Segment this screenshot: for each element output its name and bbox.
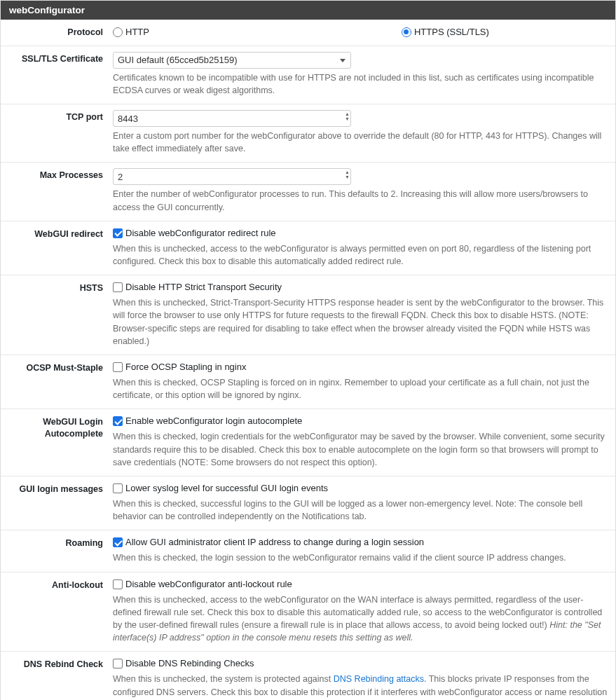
hsts-checkbox-label[interactable]: Disable HTTP Strict Transport Security: [113, 281, 608, 294]
label-dns-rebind: DNS Rebind Check: [8, 657, 113, 671]
redirect-checkbox[interactable]: [113, 228, 123, 238]
row-login-msgs: GUI login messages Lower syslog level fo…: [1, 476, 615, 530]
protocol-https-label: HTTPS (SSL/TLS): [414, 27, 489, 37]
redirect-checkbox-label[interactable]: Disable webConfigurator redirect rule: [113, 227, 608, 240]
tcp-port-help: Enter a custom port number for the webCo…: [113, 130, 608, 155]
row-roaming: Roaming Allow GUI administrator client I…: [1, 530, 615, 572]
login-msgs-checkbox[interactable]: [113, 483, 123, 493]
row-dns-rebind: DNS Rebind Check Disable DNS Rebinding C…: [1, 652, 615, 700]
ssl-cert-help: Certificates known to be incompatible wi…: [113, 71, 608, 97]
antilockout-checkbox[interactable]: [113, 579, 123, 589]
label-protocol: Protocol: [8, 25, 113, 39]
antilockout-checkbox-label[interactable]: Disable webConfigurator anti-lockout rul…: [113, 578, 608, 591]
roaming-checkbox-label[interactable]: Allow GUI administrator client IP addres…: [113, 536, 608, 549]
protocol-http-option[interactable]: HTTP: [113, 27, 149, 37]
panel-title: webConfigurator: [1, 1, 615, 20]
dns-rebind-help: When this is unchecked, the system is pr…: [113, 673, 608, 700]
protocol-https-radio[interactable]: [402, 27, 411, 37]
row-ocsp: OCSP Must-Staple Force OCSP Stapling in …: [1, 355, 615, 409]
row-redirect: WebGUI redirect Disable webConfigurator …: [1, 221, 615, 275]
protocol-https-option[interactable]: HTTPS (SSL/TLS): [402, 27, 489, 37]
label-tcp-port: TCP port: [8, 110, 113, 123]
row-tcp-port: TCP port ▲▼ Enter a custom port number f…: [1, 104, 615, 163]
row-autocomplete: WebGUI Login Autocomplete Enable webConf…: [1, 409, 615, 476]
login-msgs-help: When this is checked, successful logins …: [113, 497, 608, 523]
row-hsts: HSTS Disable HTTP Strict Transport Secur…: [1, 275, 615, 355]
label-autocomplete: WebGUI Login Autocomplete: [8, 415, 113, 440]
login-msgs-checkbox-label[interactable]: Lower syslog level for successful GUI lo…: [113, 482, 608, 495]
label-antilockout: Anti-lockout: [8, 578, 113, 591]
roaming-checkbox[interactable]: [113, 537, 123, 547]
ocsp-checkbox-label[interactable]: Force OCSP Stapling in nginx: [113, 361, 608, 373]
redirect-help: When this is unchecked, access to the we…: [113, 242, 608, 268]
autocomplete-checkbox[interactable]: [113, 416, 123, 426]
dns-rebind-checkbox-label[interactable]: Disable DNS Rebinding Checks: [113, 657, 608, 670]
row-max-proc: Max Processes ▲▼ Enter the number of web…: [1, 163, 615, 221]
ocsp-help: When this is checked, OCSP Stapling is f…: [113, 376, 608, 402]
ocsp-checkbox[interactable]: [113, 362, 123, 372]
tcp-port-input[interactable]: [113, 110, 351, 127]
label-login-msgs: GUI login messages: [8, 482, 113, 495]
hsts-checkbox[interactable]: [113, 282, 123, 292]
dns-rebinding-link[interactable]: DNS Rebinding attacks: [334, 674, 424, 684]
protocol-http-radio[interactable]: [113, 27, 123, 37]
label-max-proc: Max Processes: [8, 168, 113, 181]
webconfigurator-panel: webConfigurator Protocol HTTP HTTPS (SSL…: [0, 0, 616, 700]
max-proc-input[interactable]: [113, 168, 351, 185]
label-ssl-cert: SSL/TLS Certificate: [8, 52, 113, 65]
label-ocsp: OCSP Must-Staple: [8, 361, 113, 374]
antilockout-help: When this is unchecked, access to the we…: [113, 593, 608, 645]
autocomplete-checkbox-label[interactable]: Enable webConfigurator login autocomplet…: [113, 415, 608, 427]
max-proc-help: Enter the number of webConfigurator proc…: [113, 188, 608, 213]
ssl-cert-select[interactable]: GUI default (65cced5b25159): [113, 52, 351, 69]
protocol-http-label: HTTP: [125, 27, 149, 37]
row-ssl-cert: SSL/TLS Certificate GUI default (65cced5…: [1, 46, 615, 104]
dns-rebind-checkbox[interactable]: [113, 659, 123, 668]
autocomplete-help: When this is checked, login credentials …: [113, 430, 608, 468]
roaming-help: When this is checked, the login session …: [113, 551, 608, 564]
label-hsts: HSTS: [8, 281, 113, 294]
label-roaming: Roaming: [8, 536, 113, 549]
row-antilockout: Anti-lockout Disable webConfigurator ant…: [1, 572, 615, 652]
label-redirect: WebGUI redirect: [8, 227, 113, 240]
hsts-help: When this is unchecked, Strict-Transport…: [113, 296, 608, 348]
row-protocol: Protocol HTTP HTTPS (SSL/TLS): [1, 20, 615, 46]
